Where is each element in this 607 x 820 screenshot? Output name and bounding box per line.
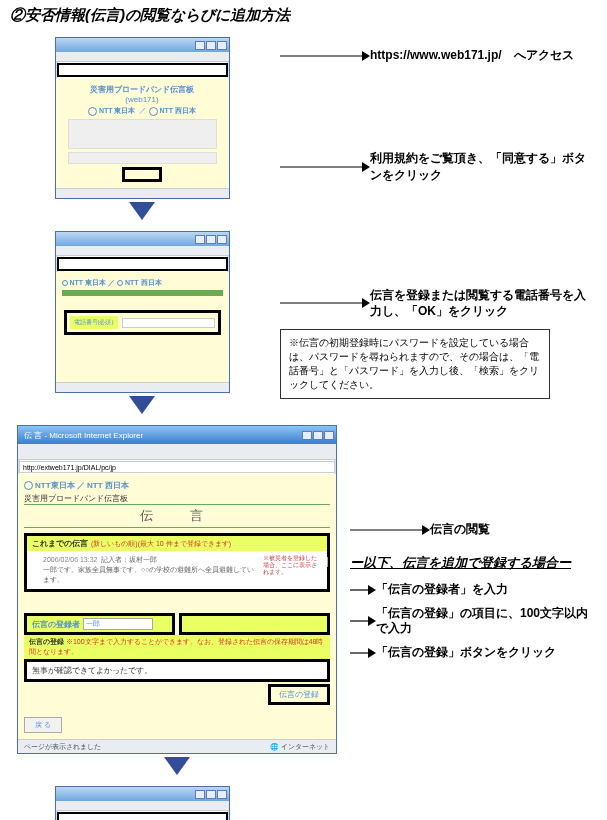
reg-body-heading: 伝言の登録	[29, 638, 64, 645]
reg-body-text: 無事が確認できてよかったです。	[32, 665, 322, 676]
side-red-note: ※被災者を登録した場合、ここに表示されます。	[263, 555, 321, 585]
svg-marker-2	[362, 51, 370, 61]
registrant-instruction: 「伝言の登録者」を入力	[376, 582, 508, 598]
svg-marker-5	[129, 396, 155, 414]
arrow-leader-reg: 「伝言の登録者」を入力	[350, 582, 595, 598]
svg-marker-7	[362, 298, 370, 308]
screenshot-step4: NTT 東日本 ／ NTT 西日本 災害用ブロードバンド伝言板 伝言を受付しまし…	[55, 786, 230, 820]
body-instruction: 「伝言の登録」の項目に、100文字以内で入力	[376, 606, 595, 637]
url-text: https://www.web171.jp/	[370, 48, 502, 62]
arrow-leader-2: 利用規約をご覧頂き、「同意する」ボタンをクリック	[280, 64, 595, 184]
agree-instruction: 利用規約をご覧頂き、「同意する」ボタンをクリック	[370, 150, 595, 184]
msg-author: 記入者：坂村一郎	[101, 556, 157, 563]
banner-l1: 災害用ブロードバンド伝言板	[62, 84, 223, 95]
screenshot-step2: NTT 東日本 ／ NTT 西日本 電話番号(必須)	[55, 231, 230, 393]
doc-title: ②安否情報(伝言)の閲覧ならびに追加方法	[0, 0, 607, 33]
screenshot-step1: 災害用ブロードバンド伝言板 (web171) NTT 東日本 ／ NTT 西日本	[55, 37, 230, 199]
registrant-highlight: 伝言の登録者 一郎	[24, 613, 175, 635]
arrow-leader-body: 「伝言の登録」の項目に、100文字以内で入力	[350, 606, 595, 637]
svg-marker-8	[164, 757, 190, 775]
prev-heading: これまでの伝言	[32, 538, 88, 549]
svg-marker-16	[368, 648, 376, 658]
svg-marker-14	[368, 616, 376, 626]
svg-marker-0	[129, 202, 155, 220]
registrant-name: 一郎	[83, 618, 153, 630]
svg-marker-10	[422, 525, 430, 535]
agree-button-highlight	[122, 167, 162, 182]
banner-l2: (web171)	[62, 95, 223, 104]
arrow-leader-view: 伝言の閲覧	[350, 521, 595, 538]
arrow-down-icon	[164, 757, 190, 775]
back-button: 戻 る	[24, 717, 62, 733]
arrow-leader-submit: 「伝言の登録」ボタンをクリック	[350, 645, 595, 661]
arrow-down-icon	[129, 396, 155, 414]
arrow-leader-1: https://www.web171.jp/ へアクセス	[280, 37, 595, 64]
password-note: ※伝言の初期登録時にパスワードを設定している場合は、パスワードを尋ねられますので…	[280, 329, 550, 399]
view-label: 伝言の閲覧	[430, 521, 490, 538]
message-textarea-highlight: 無事が確認できてよかったです。	[24, 659, 330, 682]
svg-marker-12	[368, 585, 376, 595]
svg-marker-4	[362, 162, 370, 172]
phone-input-highlight: 電話番号(必須)	[64, 310, 221, 335]
url-suffix: へアクセス	[502, 48, 574, 62]
registrant-heading: 伝言の登録者	[32, 619, 80, 630]
arrow-leader-3: 伝言を登録または閲覧する電話番号を入力し、「OK」をクリック	[280, 231, 595, 319]
phone-instruction: 伝言を登録または閲覧する電話番号を入力し、「OK」をクリック	[370, 287, 595, 319]
submit-button-highlight: 伝言の登録	[268, 684, 330, 705]
msg-body: 一郎です。家族全員無事です。○○の学校の避難所へ全員避難しています。	[43, 566, 254, 583]
divider-heading: ー以下、伝言を追加で登録する場合ー	[350, 554, 595, 572]
submit-instruction: 「伝言の登録」ボタンをクリック	[376, 645, 556, 661]
url-bar-step1	[57, 63, 228, 77]
screenshot-step3: 伝 言 - Microsoft Internet Explorer http:/…	[17, 425, 337, 754]
phone-label: 電話番号(必須)	[70, 316, 118, 329]
existing-messages-highlight: これまでの伝言 (新しいもの順)(最大 10 件まで登録できます) 2006/0…	[24, 533, 330, 592]
arrow-down-icon	[129, 202, 155, 220]
arrow-leader-complete: 伝言の追加登録完了	[280, 786, 595, 820]
page-heading: 伝 言	[24, 504, 330, 528]
msg-date: 2006/02/06 13:32	[43, 556, 98, 563]
window-title: 伝 言 - Microsoft Internet Explorer	[20, 430, 301, 441]
